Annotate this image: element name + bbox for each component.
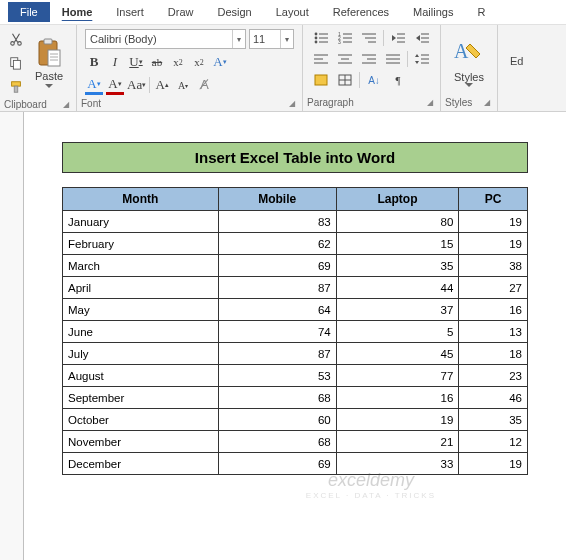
cell-pc: 18 [459, 343, 528, 365]
shrink-font-button[interactable]: A▾ [174, 75, 192, 95]
page[interactable]: Insert Excel Table into Word Month Mobil… [24, 122, 566, 495]
paragraph-launcher[interactable]: ◢ [424, 98, 436, 107]
col-pc: PC [459, 188, 528, 211]
table-row: March693538 [63, 255, 528, 277]
font-color-button[interactable]: A▾ [106, 75, 124, 95]
tab-layout[interactable]: Layout [264, 2, 321, 22]
multilevel-list-button[interactable] [359, 29, 379, 47]
chevron-down-icon [465, 83, 473, 88]
subscript-button[interactable]: x2 [169, 52, 187, 72]
svg-rect-48 [315, 75, 327, 85]
underline-button[interactable]: U▾ [127, 52, 145, 72]
cell-month: June [63, 321, 219, 343]
group-clipboard: Paste Clipboard◢ [0, 25, 77, 111]
cell-mobile: 87 [218, 277, 336, 299]
tab-draw[interactable]: Draw [156, 2, 206, 22]
table-row: July874518 [63, 343, 528, 365]
cell-laptop: 15 [336, 233, 459, 255]
cell-month: April [63, 277, 219, 299]
text-effects-button[interactable]: A▾ [211, 52, 229, 72]
change-case-button[interactable]: Aa▾ [127, 75, 146, 95]
cell-pc: 19 [459, 233, 528, 255]
borders-button[interactable] [335, 71, 355, 89]
line-spacing-button[interactable] [412, 50, 432, 68]
svg-point-16 [315, 41, 318, 44]
tab-references[interactable]: References [321, 2, 401, 22]
bold-button[interactable]: B [85, 52, 103, 72]
group-paragraph: 123 A↓ ¶ Paragraph◢ [303, 25, 441, 111]
table-row: October601935 [63, 409, 528, 431]
shading-button[interactable] [311, 71, 331, 89]
tab-insert[interactable]: Insert [104, 2, 156, 22]
cell-laptop: 44 [336, 277, 459, 299]
styles-button[interactable]: A [451, 35, 487, 71]
cell-laptop: 16 [336, 387, 459, 409]
strikethrough-button[interactable]: ab [148, 52, 166, 72]
svg-point-14 [315, 37, 318, 40]
svg-rect-7 [44, 39, 52, 44]
clipboard-launcher[interactable]: ◢ [60, 100, 72, 109]
font-name-combo[interactable]: Calibri (Body)▾ [85, 29, 246, 49]
align-center-button[interactable] [335, 50, 355, 68]
font-launcher[interactable]: ◢ [286, 99, 298, 108]
cell-month: September [63, 387, 219, 409]
italic-button[interactable]: I [106, 52, 124, 72]
group-label-clipboard: Clipboard [4, 99, 47, 110]
text-highlight-button[interactable]: A▾ [85, 75, 103, 95]
editing-button[interactable]: Ed [510, 55, 523, 67]
styles-launcher[interactable]: ◢ [481, 98, 493, 107]
bullets-button[interactable] [311, 29, 331, 47]
format-painter-button[interactable] [6, 77, 26, 97]
decrease-indent-button[interactable] [388, 29, 408, 47]
cell-pc: 19 [459, 453, 528, 475]
col-mobile: Mobile [218, 188, 336, 211]
vertical-ruler[interactable] [0, 112, 24, 560]
table-row: May643716 [63, 299, 528, 321]
cell-laptop: 77 [336, 365, 459, 387]
paste-button[interactable]: Paste [28, 32, 70, 94]
increase-indent-button[interactable] [412, 29, 432, 47]
cell-month: February [63, 233, 219, 255]
table-row: August537723 [63, 365, 528, 387]
tab-file[interactable]: File [8, 2, 50, 22]
svg-rect-8 [48, 50, 60, 66]
sort-button[interactable]: A↓ [364, 71, 384, 89]
align-left-button[interactable] [311, 50, 331, 68]
col-month: Month [63, 188, 219, 211]
svg-point-0 [11, 42, 15, 46]
align-right-button[interactable] [359, 50, 379, 68]
tab-home[interactable]: Home [50, 2, 105, 22]
cell-laptop: 21 [336, 431, 459, 453]
superscript-button[interactable]: x2 [190, 52, 208, 72]
grow-font-button[interactable]: A▴ [153, 75, 171, 95]
font-size-combo[interactable]: 11▾ [249, 29, 294, 49]
chevron-down-icon [45, 84, 53, 89]
group-styles: A Styles Styles◢ [441, 25, 498, 111]
justify-button[interactable] [383, 50, 403, 68]
table-row: December693319 [63, 453, 528, 475]
tab-review-cut[interactable]: R [465, 2, 497, 22]
col-laptop: Laptop [336, 188, 459, 211]
group-label-font: Font [81, 98, 101, 109]
ribbon-tabs: File Home Insert Draw Design Layout Refe… [0, 0, 566, 24]
numbering-button[interactable]: 123 [335, 29, 355, 47]
table-row: February621519 [63, 233, 528, 255]
styles-label: Styles [454, 71, 484, 83]
tab-mailings[interactable]: Mailings [401, 2, 465, 22]
cell-month: August [63, 365, 219, 387]
cut-button[interactable] [6, 29, 26, 49]
chevron-down-icon: ▾ [280, 30, 293, 48]
copy-button[interactable] [6, 53, 26, 73]
cell-mobile: 87 [218, 343, 336, 365]
clear-formatting-button[interactable]: A̸ [195, 75, 213, 95]
show-hide-button[interactable]: ¶ [388, 71, 408, 89]
cell-pc: 13 [459, 321, 528, 343]
document-area: Insert Excel Table into Word Month Mobil… [0, 112, 566, 560]
cell-laptop: 5 [336, 321, 459, 343]
tab-design[interactable]: Design [205, 2, 263, 22]
svg-rect-4 [12, 82, 21, 86]
cell-pc: 46 [459, 387, 528, 409]
cell-month: January [63, 211, 219, 233]
cell-pc: 23 [459, 365, 528, 387]
cell-laptop: 80 [336, 211, 459, 233]
